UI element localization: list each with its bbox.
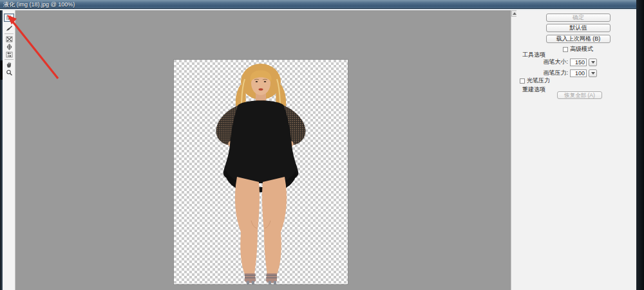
window-title: 液化 (img (18).jpg @ 100%) bbox=[3, 1, 75, 8]
liquify-options-panel: 确定 默认值 载入上次网格 (B) 高级模式 工具选项 画笔大小: 150 画笔… bbox=[516, 10, 636, 290]
restore-all-button[interactable]: 恢复全部 (A) bbox=[557, 91, 602, 99]
tool-reconstruct[interactable] bbox=[4, 24, 14, 32]
load-last-mesh-button[interactable]: 载入上次网格 (B) bbox=[546, 35, 611, 43]
brush-size-input[interactable]: 150 bbox=[570, 59, 587, 66]
bloat-arrows-out-icon bbox=[6, 44, 13, 50]
tool-zoom[interactable] bbox=[4, 68, 14, 77]
forward-warp-icon bbox=[6, 15, 13, 21]
tool-group-divider bbox=[5, 59, 14, 60]
advanced-mode-checkbox[interactable] bbox=[563, 47, 568, 52]
tool-forward-warp[interactable] bbox=[4, 14, 14, 22]
tool-group-divider bbox=[5, 33, 14, 34]
chevron-down-icon bbox=[591, 61, 595, 64]
window-title-bar[interactable]: 液化 (img (18).jpg @ 100%) bbox=[0, 0, 644, 9]
model-photo-figure bbox=[174, 60, 348, 284]
brush-pressure-dropdown-button[interactable] bbox=[589, 69, 597, 77]
liquify-preview-canvas[interactable] bbox=[15, 10, 511, 290]
reconstruct-brush-icon bbox=[6, 25, 13, 32]
image-transparent-checkerboard[interactable] bbox=[174, 60, 348, 284]
brush-size-label: 画笔大小: bbox=[541, 58, 568, 66]
liquify-dialog-window: 液化 (img (18).jpg @ 100%) bbox=[0, 0, 644, 290]
reconstruct-options-title: 重建选项 bbox=[522, 86, 545, 94]
window-right-border bbox=[636, 0, 644, 290]
brush-size-dropdown-button[interactable] bbox=[589, 59, 597, 66]
stylus-pressure-label: 光笔压力 bbox=[527, 77, 550, 85]
advanced-mode-label: 高级模式 bbox=[570, 45, 593, 53]
high-heel-shoes bbox=[245, 273, 277, 284]
liquify-tool-column bbox=[3, 10, 15, 290]
tool-push-left[interactable] bbox=[4, 50, 14, 59]
stylus-pressure-checkbox[interactable] bbox=[520, 78, 525, 84]
preview-vertical-scrollbar[interactable] bbox=[511, 10, 516, 290]
stylus-pressure-row[interactable]: 光笔压力 bbox=[520, 77, 550, 85]
defaults-button[interactable]: 默认值 bbox=[546, 24, 611, 32]
advanced-mode-row[interactable]: 高级模式 bbox=[563, 45, 593, 53]
hand-icon bbox=[6, 62, 13, 68]
brush-pressure-input[interactable]: 100 bbox=[570, 69, 587, 77]
scroll-up-icon bbox=[513, 12, 516, 15]
brush-size-row: 画笔大小: 150 bbox=[541, 58, 597, 66]
push-left-icon bbox=[6, 51, 13, 58]
magnifier-icon bbox=[6, 69, 13, 76]
chevron-down-icon bbox=[591, 72, 595, 75]
pucker-arrows-in-icon bbox=[6, 36, 13, 42]
ok-button[interactable]: 确定 bbox=[546, 14, 611, 22]
